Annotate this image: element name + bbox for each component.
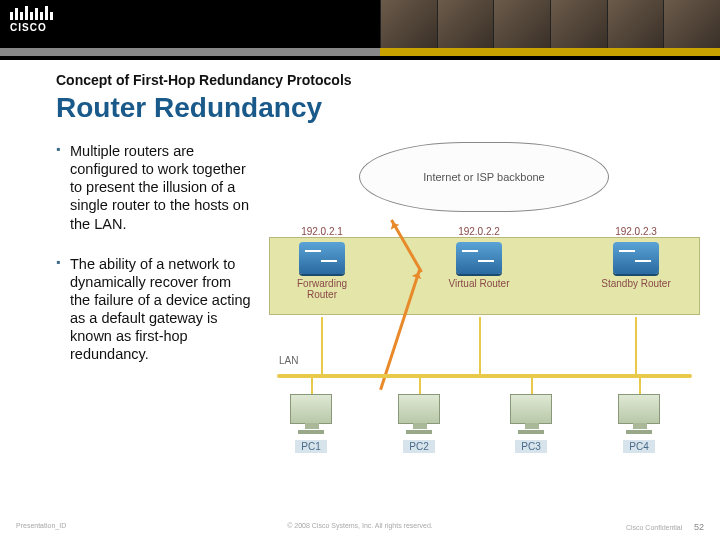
router-forwarding: 192.0.2.1 Forwarding Router bbox=[287, 242, 357, 300]
footer-right: Cisco Confidential 52 bbox=[626, 522, 704, 532]
slide-subtitle: Concept of First-Hop Redundancy Protocol… bbox=[56, 72, 720, 88]
link-line bbox=[321, 317, 323, 375]
header-bar: CISCO bbox=[0, 0, 720, 60]
pc-node: PC1 bbox=[281, 394, 341, 454]
router-ip: 192.0.2.3 bbox=[601, 226, 671, 237]
pc-icon bbox=[398, 394, 440, 424]
pc-label: PC2 bbox=[403, 440, 434, 453]
pc-node: PC3 bbox=[501, 394, 561, 454]
slide-body: Multiple routers are configured to work … bbox=[56, 142, 720, 472]
router-label: Standby Router bbox=[601, 278, 671, 289]
router-label: Virtual Router bbox=[444, 278, 514, 289]
footer-left: Presentation_ID bbox=[16, 522, 66, 532]
logo-text: CISCO bbox=[10, 22, 53, 33]
pc-label: PC3 bbox=[515, 440, 546, 453]
pc-label: PC1 bbox=[295, 440, 326, 453]
router-ip: 192.0.2.1 bbox=[287, 226, 357, 237]
slide-content: Concept of First-Hop Redundancy Protocol… bbox=[0, 60, 720, 472]
lan-line bbox=[277, 374, 692, 378]
lan-label: LAN bbox=[279, 355, 298, 366]
link-line bbox=[635, 317, 637, 375]
pc-icon bbox=[510, 394, 552, 424]
header-divider bbox=[0, 48, 720, 56]
pc-icon bbox=[290, 394, 332, 424]
bullet-item: Multiple routers are configured to work … bbox=[56, 142, 251, 233]
slide-title: Router Redundancy bbox=[56, 92, 720, 124]
cloud-label: Internet or ISP backbone bbox=[423, 171, 545, 183]
page-number: 52 bbox=[694, 522, 704, 532]
footer-center: © 2008 Cisco Systems, Inc. All rights re… bbox=[287, 522, 433, 529]
pc-label: PC4 bbox=[623, 440, 654, 453]
cisco-logo: CISCO bbox=[10, 6, 53, 33]
network-diagram: Internet or ISP backbone 192.0.2.1 Forwa… bbox=[269, 142, 700, 472]
router-icon bbox=[613, 242, 659, 274]
pc-node: PC4 bbox=[609, 394, 669, 454]
footer: Presentation_ID © 2008 Cisco Systems, In… bbox=[16, 522, 704, 532]
router-icon bbox=[299, 242, 345, 274]
bullet-list: Multiple routers are configured to work … bbox=[56, 142, 251, 472]
logo-bars-icon bbox=[10, 6, 53, 20]
pc-icon bbox=[618, 394, 660, 424]
router-ip: 192.0.2.2 bbox=[444, 226, 514, 237]
header-photo-strip bbox=[380, 0, 720, 48]
router-virtual: 192.0.2.2 Virtual Router bbox=[444, 242, 514, 289]
cloud-icon: Internet or ISP backbone bbox=[359, 142, 609, 212]
pc-node: PC2 bbox=[389, 394, 449, 454]
router-standby: 192.0.2.3 Standby Router bbox=[601, 242, 671, 289]
router-icon bbox=[456, 242, 502, 274]
bullet-item: The ability of a network to dynamically … bbox=[56, 255, 251, 364]
router-label: Forwarding Router bbox=[287, 278, 357, 300]
link-line bbox=[479, 317, 481, 375]
